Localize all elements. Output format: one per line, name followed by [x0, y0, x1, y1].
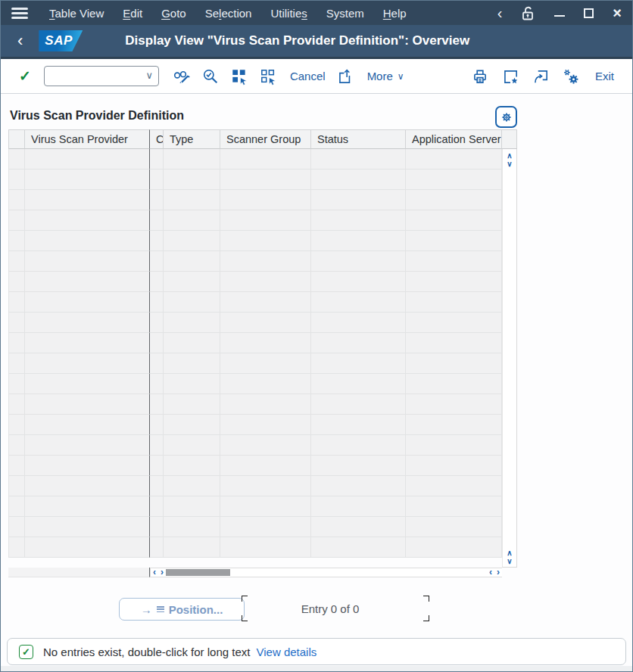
row-select-cell[interactable] — [8, 251, 25, 272]
column-header-scanner-group[interactable]: Scanner Group — [220, 129, 311, 149]
row-select-cell[interactable] — [8, 292, 25, 313]
horizontal-scroll-thumb[interactable] — [166, 569, 230, 576]
row-select-cell[interactable] — [8, 231, 25, 251]
close-icon[interactable]: × — [613, 5, 622, 20]
column-header-type[interactable]: Type — [164, 129, 220, 149]
display-change-icon[interactable] — [173, 67, 191, 86]
row-select-cell[interactable] — [8, 353, 25, 374]
column-header-virus-scan-provider[interactable]: Virus Scan Provider — [25, 129, 150, 149]
command-field-input[interactable] — [44, 66, 159, 86]
scroll-down-icon[interactable]: ∨ — [507, 160, 512, 168]
table-settings-button[interactable] — [495, 106, 517, 128]
row-select-cell[interactable] — [8, 456, 25, 476]
row-select-cell[interactable] — [8, 496, 25, 517]
scroll-left-icon[interactable]: ‹ — [487, 568, 494, 577]
unlock-icon[interactable] — [521, 5, 535, 21]
new-session-icon[interactable] — [532, 67, 550, 86]
position-button[interactable]: → Position... — [119, 598, 245, 621]
table-row[interactable] — [8, 476, 502, 496]
share-export-icon[interactable] — [336, 67, 354, 86]
find-check-icon[interactable] — [201, 67, 220, 86]
deselect-all-icon[interactable] — [259, 67, 277, 86]
scroll-left-icon[interactable]: ‹ — [151, 568, 158, 577]
table-row[interactable] — [8, 537, 502, 558]
position-arrow-icon: → — [141, 603, 152, 616]
row-select-cell[interactable] — [8, 435, 25, 456]
table-row[interactable] — [8, 333, 502, 353]
row-select-cell[interactable] — [8, 333, 25, 353]
vertical-scrollbar[interactable]: ∧ ∨ ∧ ∨ — [502, 149, 517, 568]
sap-logo[interactable]: SAP — [39, 30, 83, 51]
cancel-button[interactable]: Cancel — [290, 70, 326, 82]
horizontal-scrollbar[interactable]: ‹ › ‹ › — [150, 568, 502, 577]
table-cell — [406, 149, 502, 170]
table-row[interactable] — [8, 272, 502, 292]
row-select-cell[interactable] — [8, 272, 25, 292]
scroll-right-icon[interactable]: › — [494, 568, 502, 577]
minimize-icon[interactable] — [554, 9, 565, 17]
row-select-cell[interactable] — [8, 415, 25, 435]
table-row[interactable] — [8, 149, 502, 170]
row-select-cell[interactable] — [8, 170, 25, 190]
menu-item-system[interactable]: System — [326, 7, 364, 20]
row-select-cell[interactable] — [8, 149, 25, 170]
row-select-cell[interactable] — [8, 517, 25, 537]
column-header-application-server[interactable]: Application Server — [406, 129, 502, 149]
table-row[interactable] — [8, 394, 502, 415]
table-cell — [150, 190, 164, 210]
table-row[interactable] — [8, 210, 502, 231]
back-icon[interactable]: ‹ — [17, 33, 23, 49]
row-select-cell[interactable] — [8, 313, 25, 333]
scroll-down-icon[interactable]: ∨ — [507, 557, 512, 565]
table-cell — [25, 210, 150, 231]
row-select-cell[interactable] — [8, 537, 25, 558]
table-row[interactable] — [8, 415, 502, 435]
select-all-header-cell[interactable] — [8, 129, 25, 149]
scroll-up-icon[interactable]: ∧ — [507, 549, 512, 557]
column-header-c[interactable]: C.. — [150, 129, 164, 149]
view-details-link[interactable]: View details — [256, 646, 316, 658]
menu-item-help[interactable]: Help — [383, 7, 407, 20]
scroll-right-icon[interactable]: › — [158, 568, 166, 577]
table-row[interactable] — [8, 170, 502, 190]
table-row[interactable] — [8, 374, 502, 394]
table-row[interactable] — [8, 353, 502, 374]
table-row[interactable] — [8, 517, 502, 537]
status-bar[interactable]: ✓ No entries exist, double-click for lon… — [7, 638, 626, 665]
table-row[interactable] — [8, 292, 502, 313]
row-select-cell[interactable] — [8, 394, 25, 415]
create-shortcut-icon[interactable] — [501, 67, 519, 86]
hamburger-menu-icon[interactable] — [11, 8, 28, 19]
menu-item-edit[interactable]: Edit — [123, 7, 142, 20]
menu-item-goto[interactable]: Goto — [161, 7, 186, 20]
menu-item-utilities[interactable]: Utilities — [270, 7, 307, 20]
collapse-panel-icon[interactable]: ‹ — [497, 5, 503, 20]
table-cell — [25, 374, 150, 394]
row-select-cell[interactable] — [8, 374, 25, 394]
exit-button[interactable]: Exit — [595, 70, 614, 82]
table-row[interactable] — [8, 496, 502, 517]
row-select-cell[interactable] — [8, 476, 25, 496]
table-row[interactable] — [8, 251, 502, 272]
menu-item-selection[interactable]: Selection — [205, 7, 252, 20]
status-message[interactable]: No entries exist, double-click for long … — [43, 646, 250, 658]
table-row[interactable] — [8, 313, 502, 333]
scroll-up-icon[interactable]: ∧ — [507, 151, 512, 160]
print-icon[interactable] — [471, 67, 489, 86]
table-row[interactable] — [8, 231, 502, 251]
menu-item-table-view[interactable]: Table View — [49, 7, 104, 20]
more-menu-button[interactable]: More ∨ — [367, 70, 404, 82]
select-all-icon[interactable] — [230, 67, 248, 86]
column-header-status[interactable]: Status — [311, 129, 406, 149]
toolbar-right-group: Exit — [471, 67, 614, 86]
table-row[interactable] — [8, 435, 502, 456]
table-row[interactable] — [8, 456, 502, 476]
table-cell — [150, 456, 164, 476]
maximize-icon[interactable] — [584, 8, 594, 18]
row-select-cell[interactable] — [8, 190, 25, 210]
table-row[interactable] — [8, 190, 502, 210]
enter-check-icon[interactable]: ✓ — [19, 67, 31, 85]
options-gears-icon[interactable] — [562, 67, 580, 86]
row-select-cell[interactable] — [8, 210, 25, 231]
table-cell — [311, 476, 406, 496]
